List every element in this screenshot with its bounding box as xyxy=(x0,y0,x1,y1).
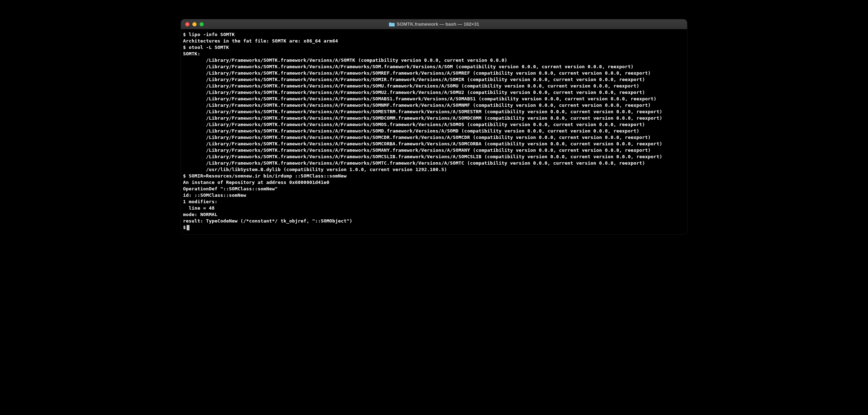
irdump-output-container: An instance of Repository at address 0x6… xyxy=(183,179,685,224)
terminal-output: /usr/lib/libSystem.B.dylib (compatibilit… xyxy=(183,166,685,173)
command-text: lipo -info SOMTK xyxy=(189,32,235,37)
terminal-output: 1 modifiers: xyxy=(183,199,685,205)
terminal-window: SOMTK.framework — bash — 182×31 $ lipo -… xyxy=(181,19,687,234)
folder-icon xyxy=(389,22,395,26)
terminal-output: /Library/Frameworks/SOMTK.framework/Vers… xyxy=(183,102,685,109)
terminal-output: mode: NORMAL xyxy=(183,211,685,218)
terminal-body[interactable]: $ lipo -info SOMTKArchitectures in the f… xyxy=(181,29,687,234)
close-button[interactable] xyxy=(185,22,189,26)
terminal-output: /Library/Frameworks/SOMTK.framework/Vers… xyxy=(183,147,685,154)
terminal-output: /Library/Frameworks/SOMTK.framework/Vers… xyxy=(183,83,685,89)
terminal-output: OperationDef "::SOMClass::somNew" xyxy=(183,186,685,192)
terminal-output: /Library/Frameworks/SOMTK.framework/Vers… xyxy=(183,76,685,83)
terminal-output: id: ::SOMClass::somNew xyxy=(183,192,685,199)
cursor xyxy=(187,225,189,230)
prompt: $ xyxy=(183,32,186,37)
terminal-line: $ lipo -info SOMTK xyxy=(183,31,685,38)
terminal-line: $ SOMIR=Resources/somnew.ir bin/irdump :… xyxy=(183,173,685,179)
terminal-output: /Library/Frameworks/SOMTK.framework/Vers… xyxy=(183,141,685,147)
terminal-output: /Library/Frameworks/SOMTK.framework/Vers… xyxy=(183,134,685,141)
terminal-output: /Library/Frameworks/SOMTK.framework/Vers… xyxy=(183,128,685,134)
command-text: SOMIR=Resources/somnew.ir bin/irdump ::S… xyxy=(189,173,346,179)
terminal-output: /Library/Frameworks/SOMTK.framework/Vers… xyxy=(183,57,685,64)
titlebar[interactable]: SOMTK.framework — bash — 182×31 xyxy=(181,19,687,29)
terminal-output: /Library/Frameworks/SOMTK.framework/Vers… xyxy=(183,96,685,102)
terminal-output: result: TypeCodeNew (/*constant*/ tk_obj… xyxy=(183,218,685,224)
terminal-line: $ otool -L SOMTK xyxy=(183,44,685,51)
otool-libs-container: /Library/Frameworks/SOMTK.framework/Vers… xyxy=(183,57,685,173)
traffic-lights xyxy=(181,22,204,26)
terminal-output: /Library/Frameworks/SOMTK.framework/Vers… xyxy=(183,109,685,115)
terminal-output: An instance of Repository at address 0x6… xyxy=(183,179,685,186)
terminal-output: /Library/Frameworks/SOMTK.framework/Vers… xyxy=(183,115,685,121)
terminal-output: /Library/Frameworks/SOMTK.framework/Vers… xyxy=(183,121,685,128)
terminal-prompt-line[interactable]: $ xyxy=(183,224,685,231)
maximize-button[interactable] xyxy=(199,22,204,26)
terminal-output: /Library/Frameworks/SOMTK.framework/Vers… xyxy=(183,154,685,160)
minimize-button[interactable] xyxy=(192,22,197,26)
command-text: otool -L SOMTK xyxy=(189,45,229,50)
prompt: $ xyxy=(183,173,186,179)
prompt: $ xyxy=(183,45,186,50)
prompt: $ xyxy=(183,224,186,231)
window-title: SOMTK.framework — bash — 182×31 xyxy=(181,21,687,27)
terminal-output: /Library/Frameworks/SOMTK.framework/Vers… xyxy=(183,70,685,76)
terminal-output: /Library/Frameworks/SOMTK.framework/Vers… xyxy=(183,89,685,96)
terminal-output: line = 48 xyxy=(183,205,685,211)
terminal-output: /Library/Frameworks/SOMTK.framework/Vers… xyxy=(183,64,685,70)
terminal-output: /Library/Frameworks/SOMTK.framework/Vers… xyxy=(183,160,685,166)
terminal-output: SOMTK: xyxy=(183,51,685,57)
window-title-text: SOMTK.framework — bash — 182×31 xyxy=(397,21,479,27)
terminal-output: Architectures in the fat file: SOMTK are… xyxy=(183,38,685,44)
